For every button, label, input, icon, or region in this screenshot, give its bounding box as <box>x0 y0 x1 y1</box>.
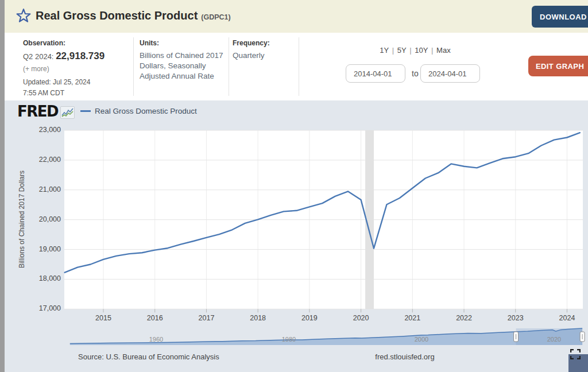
range-link-separator: | <box>430 46 436 55</box>
favorite-star-icon[interactable] <box>16 9 31 24</box>
y-axis-tick-label: 18,000 <box>0 274 61 282</box>
frequency-value: Quarterly <box>233 51 296 61</box>
download-button[interactable]: DOWNLOAD <box>532 6 588 28</box>
y-axis-tick-label: 17,000 <box>0 304 61 312</box>
range-link-5y[interactable]: 5Y <box>396 46 408 55</box>
x-axis-tick-label: 2022 <box>447 314 481 322</box>
chart-panel <box>5 100 588 372</box>
divider <box>133 37 134 96</box>
x-axis-tick-label: 2023 <box>498 314 533 322</box>
units-value: Billions of Chained 2017 Dollars, Season… <box>140 51 231 82</box>
legend-series-label: Real Gross Domestic Product <box>95 107 197 115</box>
x-axis-tick-label: 2024 <box>550 314 584 322</box>
x-axis-tick-label: 2015 <box>86 314 121 322</box>
chart-legend: Real Gross Domestic Product <box>80 107 197 115</box>
observation-updated: Updated: Jul 25, 2024 7:55 AM CDT <box>23 77 132 99</box>
series-header: Real Gross Domestic Product(GDPC1) DOWNL… <box>5 0 588 33</box>
y-axis-tick-label: 23,000 <box>0 126 61 134</box>
observation-value: 22,918.739 <box>56 51 105 61</box>
fred-logo-text: FRED <box>17 103 58 120</box>
edit-graph-button[interactable]: EDIT GRAPH ⚙ <box>528 56 588 76</box>
units-section: Units: Billions of Chained 2017 Dollars,… <box>140 39 231 82</box>
date-range-to-label: to <box>412 69 419 78</box>
range-preset-links: 1Y | 5Y | 10Y | Max <box>349 46 481 55</box>
download-label: DOWNLOAD <box>540 13 587 21</box>
edit-graph-label: EDIT GRAPH <box>536 62 584 71</box>
fred-graph-page: Real Gross Domestic Product(GDPC1) DOWNL… <box>0 0 588 372</box>
updated-time: 7:55 AM CDT <box>23 88 132 99</box>
mini-chart-year-label: 1960 <box>144 336 169 343</box>
x-axis-tick-label: 2018 <box>241 314 275 322</box>
fullscreen-expand-icon[interactable] <box>570 349 581 359</box>
x-axis-tick-label: 2019 <box>292 314 327 322</box>
observation-period: Q2 2024: <box>23 52 54 61</box>
y-axis-tick-label: 19,000 <box>0 245 61 253</box>
observation-section: Observation: Q2 2024: 22,918.739 (+ more… <box>23 39 132 99</box>
x-axis-tick-label: 2017 <box>189 314 223 322</box>
y-axis-tick-label: 22,000 <box>0 156 61 164</box>
series-meta-bar: Observation: Q2 2024: 22,918.739 (+ more… <box>5 33 588 100</box>
x-axis-tick-label: 2021 <box>395 314 430 322</box>
date-to-input[interactable] <box>420 64 480 83</box>
observation-value-line: Q2 2024: 22,918.739 <box>23 51 132 62</box>
page-title: Real Gross Domestic Product(GDPC1) <box>36 9 231 22</box>
legend-line-swatch <box>80 110 91 112</box>
range-link-10y[interactable]: 10Y <box>413 46 429 55</box>
frequency-section: Frequency: Quarterly <box>233 39 296 61</box>
observation-label: Observation: <box>23 39 132 47</box>
fred-site-link[interactable]: fred.stlouisfed.org <box>356 352 454 361</box>
date-from-input[interactable] <box>346 64 405 83</box>
frequency-label: Frequency: <box>233 39 296 47</box>
range-link-1y[interactable]: 1Y <box>378 46 390 55</box>
range-link-max[interactable]: Max <box>435 46 452 55</box>
fred-logo-sparkline-icon <box>60 106 75 119</box>
range-link-separator: | <box>408 46 414 55</box>
fred-logo: FRED <box>17 103 75 120</box>
updated-date: Updated: Jul 25, 2024 <box>23 77 132 88</box>
x-axis-tick-label: 2020 <box>344 314 378 322</box>
x-axis-tick-label: 2016 <box>138 314 172 322</box>
series-title-text: Real Gross Domestic Product <box>36 9 198 22</box>
divider <box>229 37 229 96</box>
source-attribution: Source: U.S. Bureau of Economic Analysis <box>78 352 219 361</box>
range-link-separator: | <box>390 46 396 55</box>
mini-chart-year-label: 1980 <box>276 336 301 343</box>
observation-more-link[interactable]: (+ more) <box>23 65 132 73</box>
y-axis-tick-label: 20,000 <box>0 215 61 223</box>
mini-chart-year-label: 2020 <box>541 336 567 343</box>
mini-chart-year-label: 2000 <box>409 336 434 343</box>
y-axis-tick-label: 21,000 <box>0 185 61 193</box>
divider <box>299 37 299 96</box>
series-id: (GDPC1) <box>201 13 230 21</box>
units-label: Units: <box>140 39 231 47</box>
